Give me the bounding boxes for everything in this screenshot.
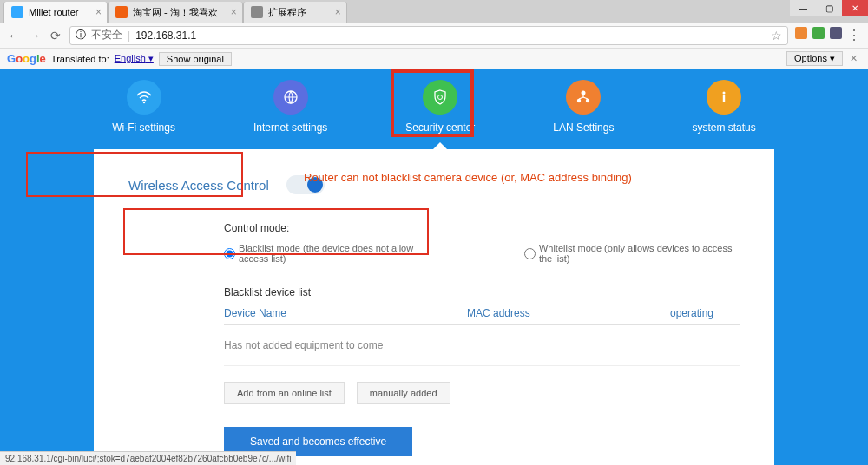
add-online-button[interactable]: Add from an online list <box>224 382 345 404</box>
address-bar: ← → ⟳ ⓘ 不安全 | 192.168.31.1 ☆ ⋮ <box>0 23 868 49</box>
window-minimize[interactable]: — <box>790 0 816 16</box>
svg-rect-7 <box>723 95 725 102</box>
nav-internet-settings[interactable]: Internet settings <box>253 80 327 134</box>
tab-extensions[interactable]: 扩展程序 × <box>243 2 347 23</box>
th-device-name[interactable]: Device Name <box>224 307 467 319</box>
reload-button[interactable]: ⟳ <box>49 29 62 43</box>
radio-label: Blacklist mode (the device does not allo… <box>239 243 437 264</box>
nav-label: Wi-Fi settings <box>112 121 175 134</box>
wifi-icon <box>127 80 161 115</box>
whitelist-mode-radio[interactable]: Whitelist mode (only allows devices to a… <box>524 243 740 264</box>
svg-point-5 <box>586 99 589 102</box>
window-maximize[interactable]: ▢ <box>816 0 842 16</box>
extension-icon[interactable] <box>812 27 825 39</box>
shield-icon <box>423 80 457 115</box>
forward-button[interactable]: → <box>28 29 42 43</box>
info-icon: ⓘ <box>76 28 86 43</box>
nav-security-center[interactable]: Security center <box>405 80 475 134</box>
bookmark-star-icon[interactable]: ☆ <box>771 29 782 43</box>
svg-point-0 <box>142 102 144 103</box>
tab-title: Millet router <box>29 7 78 17</box>
table-header: Device Name MAC address operating <box>224 307 740 325</box>
window-close[interactable]: ✕ <box>842 0 868 16</box>
favicon-icon <box>251 6 263 18</box>
svg-point-3 <box>582 91 586 95</box>
globe-icon <box>273 80 308 115</box>
th-operating[interactable]: operating <box>670 307 740 319</box>
extension-icon[interactable] <box>795 27 807 39</box>
translate-close-icon[interactable]: ✕ <box>846 53 861 64</box>
tab-title: 淘宝网 - 淘！我喜欢 <box>133 6 218 19</box>
svg-point-6 <box>723 92 726 95</box>
favicon-icon <box>115 6 128 18</box>
insecure-label: 不安全 <box>91 28 122 43</box>
back-button[interactable]: ← <box>7 29 21 43</box>
blacklist-block: Blacklist device list Device Name MAC ad… <box>224 286 740 456</box>
translate-options-button[interactable]: Options ▾ <box>786 51 843 66</box>
show-original-button[interactable]: Show original <box>159 52 232 66</box>
th-mac-address[interactable]: MAC address <box>467 307 670 319</box>
tab-close-icon[interactable]: × <box>231 6 237 18</box>
menu-icon[interactable]: ⋮ <box>847 27 861 43</box>
browser-tab-strip: Millet router × 淘宝网 - 淘！我喜欢 × 扩展程序 × <box>0 0 868 23</box>
translated-to-label: Translated to: <box>51 54 109 64</box>
translate-bar: Google Translated to: English ▾ Show ori… <box>0 49 868 69</box>
section-title-text: Wireless Access Control <box>128 178 269 193</box>
google-logo: Google <box>7 52 46 65</box>
annotation-text: Router can not blacklist camera device (… <box>304 171 632 184</box>
nav-label: system status <box>692 121 755 134</box>
tab-taobao[interactable]: 淘宝网 - 淘！我喜欢 × <box>108 2 243 23</box>
blacklist-mode-radio[interactable]: Blacklist mode (the device does not allo… <box>224 243 437 264</box>
language-select[interactable]: English ▾ <box>115 53 154 64</box>
blacklist-title: Blacklist device list <box>224 286 740 298</box>
nav-lan-settings[interactable]: LAN Settings <box>553 80 614 134</box>
table-empty-row: Has not added equipment to come <box>224 325 740 366</box>
svg-point-4 <box>577 99 581 102</box>
tab-router[interactable]: Millet router × <box>3 2 108 23</box>
radio-input[interactable] <box>224 248 235 259</box>
radio-label: Whitelist mode (only allows devices to a… <box>539 243 740 264</box>
top-nav: Wi-Fi settings Internet settings Securit… <box>0 69 868 149</box>
favicon-icon <box>11 6 23 18</box>
nav-label: Internet settings <box>253 121 327 134</box>
svg-point-2 <box>438 95 443 100</box>
nav-wifi-settings[interactable]: Wi-Fi settings <box>112 80 175 134</box>
extension-icon[interactable] <box>830 27 842 39</box>
radio-input[interactable] <box>524 248 536 259</box>
status-bar: 92.168.31.1/cgi-bin/luci/;stok=d7aebaf20… <box>0 451 296 465</box>
tab-title: 扩展程序 <box>268 6 306 19</box>
nav-label: LAN Settings <box>553 121 614 134</box>
control-mode-label: Control mode: <box>224 222 740 234</box>
control-mode-block: Control mode: Blacklist mode (the device… <box>224 222 740 264</box>
nav-label: Security center <box>405 121 475 134</box>
manually-add-button[interactable]: manually added <box>357 382 450 404</box>
tab-close-icon[interactable]: × <box>95 6 102 18</box>
tab-close-icon[interactable]: × <box>335 6 341 18</box>
page-content: Wi-Fi settings Internet settings Securit… <box>0 69 868 465</box>
url-input[interactable]: ⓘ 不安全 | 192.168.31.1 ☆ <box>69 26 788 45</box>
info-icon <box>707 80 741 115</box>
main-panel: Wireless Access Control Control mode: Bl… <box>94 149 774 465</box>
url-text: 192.168.31.1 <box>135 29 196 42</box>
nav-system-status[interactable]: system status <box>692 80 755 134</box>
network-icon <box>566 80 601 115</box>
